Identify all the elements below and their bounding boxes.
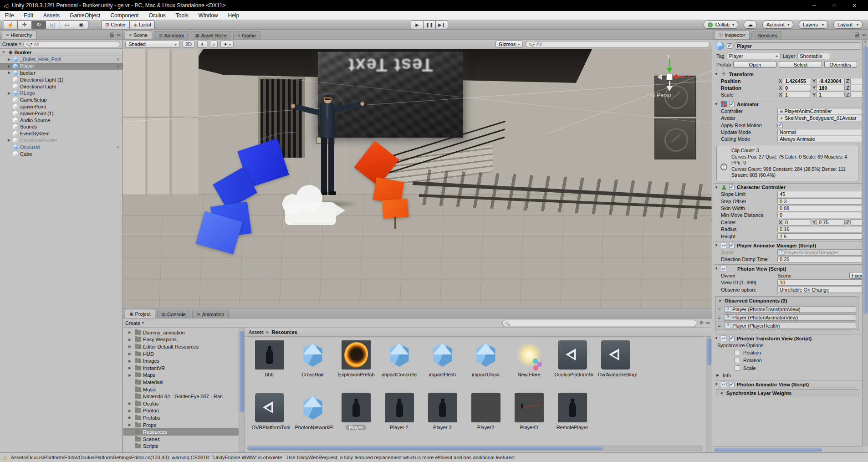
- play-button[interactable]: ▶: [411, 21, 424, 29]
- folder-item[interactable]: ▶ Editor Default Resources: [123, 343, 245, 350]
- asset-impactconcrete[interactable]: impactConcrete: [378, 340, 421, 393]
- hierarchy-search-input[interactable]: ▾All: [23, 41, 120, 47]
- perspective-toggle[interactable]: ◅Persp: [651, 92, 671, 98]
- scale-tool-button[interactable]: ◱: [46, 21, 60, 29]
- folder-item[interactable]: ▶ HUD: [123, 350, 245, 358]
- menu-item[interactable]: Edit: [19, 11, 38, 20]
- folder-item[interactable]: ▶ Nintendo 64 - GoldenEye 007 - Ran: [123, 393, 245, 400]
- project-create-button[interactable]: Create▾: [125, 320, 144, 326]
- sync-option-checkbox[interactable]: [735, 350, 740, 355]
- center-x-field[interactable]: 0: [783, 219, 811, 226]
- expand-arrow[interactable]: ▶: [128, 373, 133, 377]
- expand-arrow[interactable]: ▼: [2, 50, 7, 54]
- component-enabled-checkbox[interactable]: [729, 243, 735, 248]
- drag-handle-icon[interactable]: =: [718, 315, 722, 320]
- lock-icon[interactable]: [855, 34, 859, 37]
- folder-item[interactable]: ▶ Prefabs: [123, 414, 245, 421]
- observed-object-field[interactable]: Player (PhotonTransformView): [724, 306, 856, 313]
- tab-scene[interactable]: #Scene: [125, 30, 152, 39]
- rotate-tool-button[interactable]: ↻: [32, 21, 46, 29]
- expand-arrow[interactable]: ▶: [128, 330, 133, 334]
- component-header-photon-view[interactable]: ▼Photon View (Script): [715, 264, 862, 272]
- menu-item[interactable]: Window: [194, 11, 223, 20]
- hierarchy-item[interactable]: ▶ EventSystem ›: [0, 130, 123, 137]
- expand-arrow[interactable]: ▶: [128, 352, 133, 356]
- rotation-x-field[interactable]: 0: [783, 85, 811, 91]
- component-header-character-controller[interactable]: ▼♟Character Controller: [715, 183, 862, 191]
- expand-arrow[interactable]: ▶: [128, 401, 133, 406]
- effects-dropdown[interactable]: ✦ ▾: [220, 41, 233, 48]
- hierarchy-item[interactable]: ▶ GameSetup ›: [0, 97, 123, 103]
- sync-option-checkbox[interactable]: [735, 358, 740, 363]
- tab-animator[interactable]: ◫Animator: [154, 31, 189, 39]
- component-header-player-animator-manager[interactable]: ▼Player Animator Manager (Script): [715, 241, 862, 249]
- asset-player[interactable]: Player: [334, 393, 378, 446]
- position-x-field[interactable]: 1.426455: [783, 78, 811, 84]
- z-axis-arrow[interactable]: [657, 74, 662, 80]
- center-y-field[interactable]: 0.75: [817, 219, 845, 226]
- tab-game[interactable]: ◗Game: [233, 31, 260, 39]
- component-header-photon-animator-view[interactable]: ▼Photon Animator View (Script): [715, 380, 862, 388]
- layers-dropdown[interactable]: Layers▾: [799, 21, 828, 29]
- observe-option-dropdown[interactable]: Unreliable On Change: [777, 287, 862, 293]
- hand-tool-button[interactable]: ☝: [4, 21, 18, 29]
- pane-menu-icon[interactable]: ▾≡: [706, 321, 710, 325]
- min-move-distance-field[interactable]: 0: [777, 212, 862, 218]
- asset-impactglass[interactable]: impactGlass: [464, 340, 507, 393]
- breadcrumb-current[interactable]: Resources: [272, 329, 297, 335]
- component-enabled-checkbox[interactable]: [729, 336, 735, 341]
- menu-item[interactable]: Help: [223, 11, 245, 20]
- hierarchy-item[interactable]: ▶ CrosshairPointer ›: [0, 137, 123, 144]
- rotation-z-field[interactable]: [850, 85, 862, 91]
- hierarchy-item[interactable]: ▶ Directional Light (1) ›: [0, 76, 123, 83]
- component-header-transform[interactable]: ▼✛Transform: [715, 70, 862, 77]
- folder-item[interactable]: ▶ InstantVR: [123, 364, 245, 372]
- asset-photonnetworkplayer[interactable]: PhotonNetworkPl...: [291, 393, 334, 446]
- layout-dropdown[interactable]: Layout▾: [833, 21, 863, 29]
- prefab-select-button[interactable]: Select: [779, 61, 822, 68]
- lighting-toggle[interactable]: ☀: [197, 41, 207, 48]
- asset-remoteplayer[interactable]: RemotePlayer: [551, 393, 594, 446]
- prefab-overrides-button[interactable]: Overrides: [824, 61, 857, 68]
- project-search-input[interactable]: [502, 320, 697, 326]
- folder-item[interactable]: ▶ Images: [123, 357, 245, 364]
- observed-component-row[interactable]: = Player (PhotonAnimatorView): [716, 313, 858, 322]
- folder-item[interactable]: ▶ Scripts: [123, 443, 245, 450]
- left-wall-pillars[interactable]: [123, 49, 199, 195]
- view-orientation-gizmo[interactable]: y x ◅Persp: [650, 55, 691, 100]
- expand-arrow[interactable]: ▶: [128, 344, 133, 349]
- fixed-button[interactable]: Fixed: [849, 272, 862, 279]
- folder-item[interactable]: ▶ Photon: [123, 407, 245, 415]
- component-enabled-checkbox[interactable]: [729, 102, 735, 107]
- tab-hierarchy[interactable]: ≡Hierarchy: [2, 30, 36, 39]
- hierarchy-item[interactable]: ▶ Sounds ›: [0, 123, 123, 130]
- shading-mode-dropdown[interactable]: Shaded▾: [125, 41, 180, 48]
- pane-menu-icon[interactable]: ▾≡: [862, 33, 866, 37]
- prefab-open-button[interactable]: Open: [733, 61, 776, 68]
- expand-arrow[interactable]: ▶: [128, 338, 133, 342]
- close-button[interactable]: ✕: [844, 3, 864, 9]
- hierarchy-item[interactable]: ▶ Directional Light ›: [0, 83, 123, 90]
- hierarchy-item[interactable]: ▶ bunker ›: [0, 70, 123, 77]
- folder-item[interactable]: ▶ Easy Weapons: [123, 336, 245, 344]
- minimize-button[interactable]: ─: [804, 3, 824, 9]
- asset-explosionprefab[interactable]: ExplosionPrefab: [334, 340, 378, 393]
- scene-root-row[interactable]: ▼ ◈ Bunker: [0, 49, 123, 56]
- sync-option-checkbox[interactable]: [735, 365, 740, 371]
- expand-arrow[interactable]: ▶: [128, 366, 133, 370]
- component-header-animator[interactable]: ▼Animator: [715, 100, 862, 108]
- hierarchy-item[interactable]: ▶ Player ›: [0, 63, 123, 70]
- menu-item[interactable]: Assets: [38, 11, 65, 20]
- y-axis-arrow[interactable]: [669, 59, 670, 68]
- status-bar[interactable]: ⚠ Assets/Oculus/Platform/Editor/OculusPl…: [0, 452, 868, 462]
- menu-item[interactable]: GameObject: [65, 11, 105, 20]
- folder-item[interactable]: ▶ Materials: [123, 379, 245, 386]
- audio-gizmo-panel[interactable]: [285, 202, 336, 225]
- step-button[interactable]: ▶❙: [436, 21, 448, 29]
- asset-oculusplatformsettings[interactable]: OculusPlatformSe...: [551, 340, 594, 393]
- asset-ovravatarsettings[interactable]: OvrAvatarSettings: [594, 340, 637, 393]
- expand-arrow[interactable]: ▶: [128, 409, 133, 413]
- gizmo-center-cube[interactable]: [666, 74, 673, 80]
- folder-item[interactable]: ▶ Maps: [123, 372, 245, 379]
- folder-item[interactable]: ▶ Scenes: [123, 436, 245, 443]
